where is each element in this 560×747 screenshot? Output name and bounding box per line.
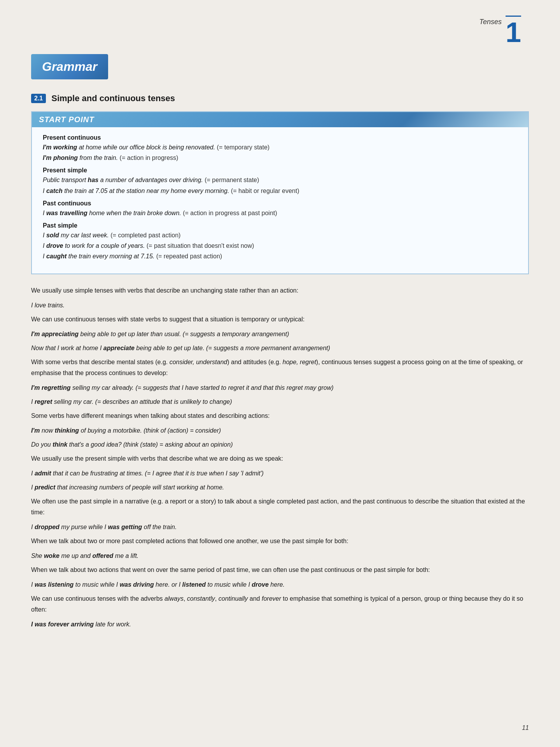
paragraph-5: We usually use the present simple with v… xyxy=(31,453,529,464)
paragraph-6-example-1: I dropped my purse while I was getting o… xyxy=(31,522,529,533)
page-header: Tenses 1 xyxy=(31,16,529,46)
present-simple-label: Present simple xyxy=(43,167,517,174)
start-point-header: START POINT xyxy=(32,112,528,127)
paragraph-4-example-2: Do you think that's a good idea? (think … xyxy=(31,439,529,450)
paragraph-6: We often use the past simple in a narrat… xyxy=(31,496,529,518)
chapter-number: 1 xyxy=(506,16,521,46)
section-header: 2.1 Simple and continuous tenses xyxy=(31,93,529,103)
paragraph-3-example-2: I regret selling my car. (= describes an… xyxy=(31,396,529,407)
body-content: We usually use simple tenses with verbs … xyxy=(31,285,529,630)
ps-example-1: Public transport has a number of advanta… xyxy=(43,175,517,185)
pasim-example-3: I caught the train every morning at 7.15… xyxy=(43,251,517,261)
past-continuous-section: Past continuous I was travelling home wh… xyxy=(43,200,517,218)
page-number: 11 xyxy=(522,724,529,731)
section-number: 2.1 xyxy=(31,94,46,103)
paragraph-1: We usually use simple tenses with verbs … xyxy=(31,285,529,296)
paragraph-7-example-1: She woke me up and offered me a lift. xyxy=(31,551,529,561)
pc-example-2: I'm phoning from the train. (= action in… xyxy=(43,153,517,163)
past-continuous-label: Past continuous xyxy=(43,200,517,207)
paragraph-3-example-1: I'm regretting selling my car already. (… xyxy=(31,382,529,393)
paragraph-4: Some verbs have different meanings when … xyxy=(31,410,529,421)
paragraph-2-example-2: Now that I work at home I appreciate bei… xyxy=(31,343,529,354)
paragraph-5-example-1: I admit that it can be frustrating at ti… xyxy=(31,468,529,479)
pac-example-1: I was travelling home when the train bro… xyxy=(43,208,517,218)
paragraph-1-example: I love trains. xyxy=(31,300,529,311)
pasim-example-2: I drove to work for a couple of years. (… xyxy=(43,240,517,251)
paragraph-8-example-1: I was listening to music while I was dri… xyxy=(31,579,529,590)
paragraph-4-example-1: I'm now thinking of buying a motorbike. … xyxy=(31,425,529,436)
section-title: Simple and continuous tenses xyxy=(51,93,175,103)
start-point-box: START POINT Present continuous I'm worki… xyxy=(31,111,529,274)
present-continuous-label: Present continuous xyxy=(43,134,517,141)
present-simple-section: Present simple Public transport has a nu… xyxy=(43,167,517,196)
grammar-title: Grammar xyxy=(42,60,97,74)
pasim-example-1: I sold my car last week. (= completed pa… xyxy=(43,230,517,240)
page-footer: 11 xyxy=(522,724,529,731)
paragraph-8: When we talk about two actions that went… xyxy=(31,565,529,575)
paragraph-9-example-1: I was forever arriving late for work. xyxy=(31,619,529,630)
tenses-label: Tenses xyxy=(480,16,502,26)
paragraph-9: We can use continuous tenses with the ad… xyxy=(31,593,529,615)
present-continuous-section: Present continuous I'm working at home w… xyxy=(43,134,517,163)
past-simple-section: Past simple I sold my car last week. (= … xyxy=(43,222,517,262)
start-point-label: START POINT xyxy=(39,115,94,124)
paragraph-7: When we talk about two or more past comp… xyxy=(31,536,529,547)
pc-example-1: I'm working at home while our office blo… xyxy=(43,142,517,153)
paragraph-2-example-1: I'm appreciating being able to get up la… xyxy=(31,329,529,340)
ps-example-2: I catch the train at 7.05 at the station… xyxy=(43,186,517,196)
paragraph-5-example-2: I predict that increasing numbers of peo… xyxy=(31,482,529,493)
paragraph-3: With some verbs that describe mental sta… xyxy=(31,357,529,379)
paragraph-2: We can use continuous tenses with state … xyxy=(31,314,529,325)
grammar-banner: Grammar xyxy=(31,54,108,79)
past-simple-label: Past simple xyxy=(43,222,517,229)
